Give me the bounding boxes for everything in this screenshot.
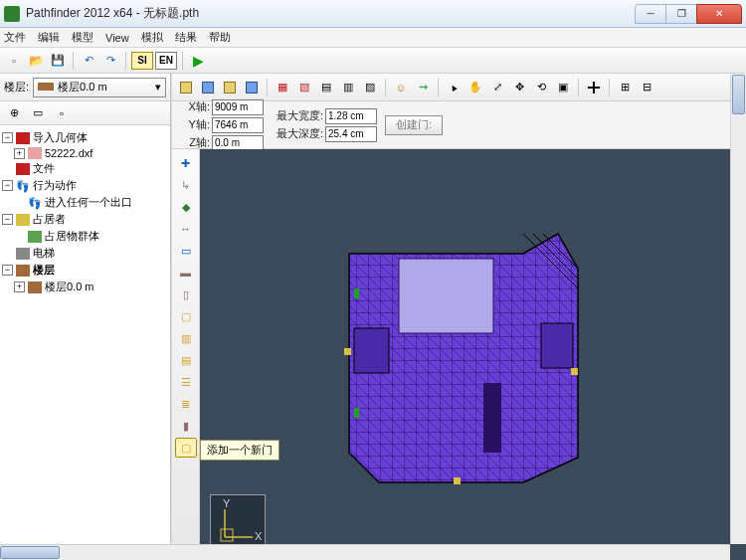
minimize-button[interactable]: ─: [635, 4, 666, 24]
floor-label: 楼层:: [4, 80, 29, 94]
tree-option-icon[interactable]: ▫: [52, 103, 72, 123]
twisty-icon[interactable]: +: [14, 148, 25, 159]
tool-node-icon[interactable]: ◆: [175, 197, 197, 217]
tool-region-icon[interactable]: ▭: [175, 241, 197, 261]
open-icon[interactable]: [26, 51, 46, 71]
separator: [438, 79, 439, 96]
view-side-icon[interactable]: [242, 78, 262, 97]
z-label: Z轴:: [178, 135, 210, 150]
tool-arrow-icon[interactable]: ↳: [175, 175, 197, 195]
viewport-hscroll[interactable]: [0, 544, 730, 560]
tool-floor-icon[interactable]: ▬: [175, 263, 197, 282]
app-icon: [4, 6, 20, 22]
undo-icon[interactable]: [79, 51, 98, 71]
grid3-icon[interactable]: ⊟: [637, 78, 656, 97]
tree-node-floor0: +楼层0.0 m: [2, 279, 168, 295]
save-icon[interactable]: [48, 51, 68, 71]
create-door-button[interactable]: 创建门:: [385, 115, 443, 135]
import-icon: [16, 132, 30, 144]
tree-node-dxf: +52222.dxf: [2, 146, 168, 160]
occupant-icon[interactable]: ☺: [391, 78, 411, 97]
window-title: Pathfinder 2012 x64 - 无标题.pth: [26, 5, 636, 22]
tool-elevator-icon[interactable]: ▮: [175, 416, 197, 436]
unit-si-toggle[interactable]: SI: [131, 52, 153, 70]
unit-en-toggle[interactable]: EN: [155, 52, 177, 70]
redo-icon[interactable]: [100, 51, 120, 71]
floor-bar: 楼层: 楼层0.0 m ▾: [0, 74, 170, 101]
menu-edit[interactable]: 编辑: [38, 30, 60, 45]
new-icon[interactable]: [4, 51, 24, 71]
menu-model[interactable]: 模型: [72, 30, 93, 45]
viewport-vscroll[interactable]: [730, 75, 746, 544]
layer-icon[interactable]: ▨: [360, 78, 380, 97]
tree-node-exit: 👣进入任何一个出口: [2, 194, 168, 211]
tree-collapse-icon[interactable]: ▭: [28, 103, 48, 123]
menu-file[interactable]: 文件: [4, 30, 26, 45]
tool-link-icon[interactable]: ↔: [175, 219, 197, 239]
axis-gizmo[interactable]: Y X: [210, 494, 266, 550]
width-input[interactable]: [325, 108, 377, 124]
behavior-icon: 👣: [16, 180, 30, 192]
twisty-icon[interactable]: +: [14, 281, 25, 292]
twisty-icon[interactable]: −: [2, 180, 13, 191]
separator: [267, 79, 268, 96]
tool-add-occupant-icon[interactable]: ✚: [175, 153, 197, 173]
model-tree: −导入几何体 +52222.dxf 文件 −👣行为动作 👣进入任何一个出口 −占…: [0, 125, 170, 544]
separator: [578, 79, 579, 96]
svg-rect-8: [344, 348, 351, 355]
grid-icon[interactable]: ▥: [338, 78, 358, 97]
wire-icon[interactable]: ▦: [273, 78, 292, 97]
mesh-icon[interactable]: ▤: [316, 78, 336, 97]
zoom-icon[interactable]: [487, 78, 507, 97]
tool-stair-icon[interactable]: ☰: [175, 372, 197, 392]
menu-view[interactable]: View: [105, 32, 129, 44]
svg-text:Y: Y: [223, 497, 231, 509]
grid2-icon[interactable]: ⊞: [615, 78, 635, 97]
view-front-icon[interactable]: [220, 78, 240, 97]
svg-rect-1: [399, 259, 493, 333]
view-top-icon[interactable]: [198, 78, 218, 97]
close-button[interactable]: ✕: [696, 4, 742, 24]
pan-icon[interactable]: [466, 78, 485, 97]
select-icon[interactable]: [444, 78, 464, 97]
side-toolbar: ✚ ↳ ◆ ↔ ▭ ▬ ▯ ▢ ▥ ▤ ☰ ≣ ▮ ▢ 添加一个新门: [172, 149, 200, 560]
tool-door-icon[interactable]: ▢: [175, 438, 197, 458]
view-3d-icon[interactable]: [176, 78, 196, 97]
viewport[interactable]: Y X: [200, 149, 746, 560]
tool-box-icon[interactable]: ▢: [175, 306, 197, 326]
menu-results[interactable]: 结果: [175, 30, 197, 45]
tool-wall2-icon[interactable]: ▤: [175, 350, 197, 370]
menu-help[interactable]: 帮助: [209, 30, 231, 45]
canvas-wrap: ✚ ↳ ◆ ↔ ▭ ▬ ▯ ▢ ▥ ▤ ☰ ≣ ▮ ▢ 添加一个新门: [172, 149, 746, 560]
twisty-icon[interactable]: −: [2, 265, 13, 276]
svg-rect-4: [483, 383, 501, 453]
floor-combo[interactable]: 楼层0.0 m ▾: [33, 78, 166, 97]
tree-expand-icon[interactable]: ⊕: [4, 103, 24, 123]
path-icon[interactable]: ⇝: [413, 78, 433, 97]
fit-icon[interactable]: ▣: [553, 78, 573, 97]
tree-node-occupants: −占居者: [2, 211, 168, 228]
tool-room-icon[interactable]: ▯: [175, 284, 197, 304]
tool-wall-icon[interactable]: ▥: [175, 328, 197, 348]
separator: [125, 52, 126, 70]
tool-stair2-icon[interactable]: ≣: [175, 394, 197, 414]
twisty-icon[interactable]: −: [2, 214, 13, 225]
run-icon[interactable]: ▶: [188, 51, 208, 71]
maximize-button[interactable]: ❐: [665, 4, 697, 24]
snap-icon[interactable]: [584, 78, 604, 97]
y-label: Y轴:: [178, 117, 210, 132]
depth-label: 最大深度:: [272, 126, 323, 141]
svg-rect-2: [354, 328, 389, 373]
x-input[interactable]: [212, 99, 264, 115]
svg-rect-15: [221, 529, 233, 541]
move-icon[interactable]: ✥: [509, 78, 529, 97]
twisty-icon[interactable]: −: [2, 132, 13, 143]
orbit-icon[interactable]: [531, 78, 551, 97]
tree-toolbar: ⊕ ▭ ▫: [0, 101, 170, 125]
shade-icon[interactable]: ▧: [294, 78, 314, 97]
y-input[interactable]: [212, 117, 264, 133]
menu-sim[interactable]: 模拟: [141, 30, 163, 45]
floor-icon: [28, 281, 42, 293]
svg-text:X: X: [255, 530, 263, 542]
depth-input[interactable]: [325, 126, 377, 142]
